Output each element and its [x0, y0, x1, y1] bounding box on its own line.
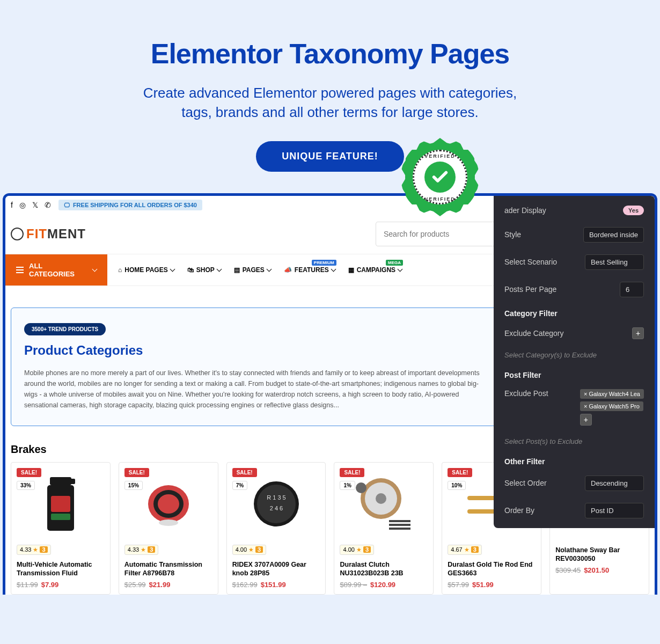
select-scenario[interactable]: Best Selling [585, 254, 644, 270]
product-price: $25.99$21.99 [124, 581, 212, 589]
bag-icon: 🛍 [187, 266, 194, 274]
mega-badge: MEGA [386, 260, 403, 266]
star-icon: ★ [248, 546, 254, 553]
svg-rect-22 [389, 520, 410, 522]
social-icons: f ◎ 𝕏 ✆ [11, 201, 51, 209]
product-name: Automatic Transmission Filter A8796B78 [124, 560, 212, 578]
cta-button[interactable]: UNIQUE FEATURE! [256, 141, 404, 172]
rating: 4.33★3 [17, 545, 51, 555]
sale-badge: SALE! [124, 468, 149, 477]
twitter-icon[interactable]: 𝕏 [32, 201, 38, 209]
chip-watch5[interactable]: × Galaxy Watch5 Pro [580, 401, 643, 411]
product-price: $11.99$7.99 [17, 581, 105, 589]
monitor-icon: 🖵 [64, 202, 70, 208]
facebook-icon[interactable]: f [11, 201, 13, 209]
star-icon: ★ [141, 546, 146, 553]
setting-label-posts: Posts Per Page [504, 285, 556, 294]
add-post-button[interactable]: + [580, 414, 592, 426]
info-title: Product Categories [24, 343, 488, 358]
hint-exclude-cat: Select Category(s) to Exclude [504, 351, 644, 359]
chevron-down-icon [170, 266, 175, 272]
price-new: $151.99 [261, 581, 286, 589]
svg-point-12 [158, 494, 179, 514]
select-style[interactable]: Bordered inside [583, 227, 644, 243]
add-category-button[interactable]: + [632, 327, 644, 339]
discount-badge: 7% [232, 481, 247, 490]
price-new: $21.99 [149, 581, 171, 589]
chevron-down-icon [216, 266, 222, 272]
price-new: $201.50 [584, 566, 609, 574]
badge-text-top: VERIFIED [424, 153, 456, 159]
instagram-icon[interactable]: ◎ [19, 201, 26, 209]
product-image [124, 468, 212, 540]
product-card[interactable]: SALE! 1% 4.00★3 Duralast Clutch NU31023B… [334, 462, 434, 595]
page-icon: ▤ [234, 266, 240, 274]
select-orderby[interactable]: Post ID [585, 503, 644, 518]
megaphone-icon: 📣 [284, 266, 292, 274]
input-posts-per-page[interactable]: 6 [620, 282, 644, 297]
svg-rect-23 [389, 524, 410, 526]
nav-label: HOME PAGES [124, 266, 167, 274]
nav-campaigns[interactable]: MEGA ▦ CAMPAIGNS [343, 259, 407, 281]
hint-exclude-post: Select Post(s) to Exclude [504, 437, 644, 445]
all-categories-button[interactable]: ALL CATEGORIES [5, 254, 107, 286]
elementor-settings-panel: ader Display Yes Style Bordered inside S… [494, 196, 655, 528]
product-card[interactable]: SALE! 15% 4.33★3 Automatic Transmission … [119, 462, 218, 595]
sale-badge: SALE! [232, 468, 257, 477]
setting-label-exclude-cat: Exclude Category [504, 329, 564, 338]
premium-badge: PREMIUM [312, 260, 336, 266]
logo[interactable]: FITMENT [11, 226, 86, 241]
rating: 4.67★3 [448, 545, 482, 555]
product-image: R 1 3 52 4 6 [232, 468, 320, 540]
nav-shop[interactable]: 🛍 SHOP [182, 259, 226, 281]
star-icon: ★ [464, 546, 470, 553]
price-new: $120.99 [370, 581, 395, 589]
nav-label: SHOP [196, 266, 215, 274]
heading-category-filter: Category Filter [504, 309, 644, 318]
svg-point-13 [159, 519, 178, 526]
svg-text:R 1 3 5: R 1 3 5 [267, 494, 285, 501]
chevron-down-icon [331, 266, 336, 272]
select-order[interactable]: Descending [585, 475, 644, 491]
price-new: $51.99 [472, 581, 494, 589]
home-icon: ⌂ [118, 266, 122, 274]
price-old: $309.45 [555, 566, 581, 574]
heading-other-filter: Other Filter [504, 457, 644, 466]
svg-rect-24 [389, 528, 410, 530]
viber-icon[interactable]: ✆ [45, 201, 51, 209]
price-new: $7.99 [41, 581, 59, 589]
toggle-header-display[interactable]: Yes [623, 206, 644, 215]
nav-features[interactable]: PREMIUM 📣 FEATURES [278, 259, 341, 281]
chevron-down-icon [266, 266, 272, 272]
svg-text:2 4 6: 2 4 6 [269, 505, 282, 511]
svg-rect-9 [51, 514, 70, 520]
rating-val: 4.33 [128, 546, 139, 553]
nav-pages[interactable]: ▤ PAGES [229, 259, 276, 281]
info-card: 3500+ TREND PRODUCTS Product Categories … [11, 308, 502, 426]
setting-label-exclude-post: Exclude Post [504, 389, 548, 398]
svg-rect-6 [69, 479, 75, 484]
product-name: Multi-Vehicle Automatic Transmission Flu… [17, 560, 105, 578]
price-old: $11.99 [17, 581, 38, 589]
discount-badge: 10% [448, 481, 466, 490]
sale-badge: SALE! [340, 468, 364, 477]
svg-point-21 [356, 482, 366, 493]
discount-badge: 33% [17, 481, 35, 490]
product-image [17, 468, 105, 540]
product-name: Duralast Clutch NU31023B023B 23B [340, 560, 428, 578]
verified-badge: VERIFIED VERIFIED [405, 142, 475, 212]
logo-ment: MENT [47, 226, 86, 241]
svg-point-20 [376, 493, 386, 504]
rating-count: 3 [148, 546, 155, 553]
product-card[interactable]: SALE! 7% R 1 3 52 4 6 4.00★3 RIDEX 3707A… [226, 462, 326, 595]
product-name: RIDEX 3707A0009 Gear knob 28P85 [232, 560, 320, 578]
logo-fit: FIT [26, 226, 47, 241]
chip-watch4[interactable]: × Galaxy Watch4 Lea [580, 389, 644, 399]
product-card[interactable]: SALE! 33% 4.33★3 Multi-Vehicle Automatic… [11, 462, 111, 595]
nav-home-pages[interactable]: ⌂ HOME PAGES [113, 259, 180, 281]
discount-badge: 1% [340, 481, 355, 490]
rating: 4.00★3 [232, 545, 267, 555]
price-old: $162.99 [232, 581, 258, 589]
hero-section: Elementor Taxonomy Pages Create advanced… [0, 0, 660, 193]
storefront-preview: f ◎ 𝕏 ✆ 🖵 FREE SHIPPING FOR ALL ORDERS O… [3, 193, 657, 595]
